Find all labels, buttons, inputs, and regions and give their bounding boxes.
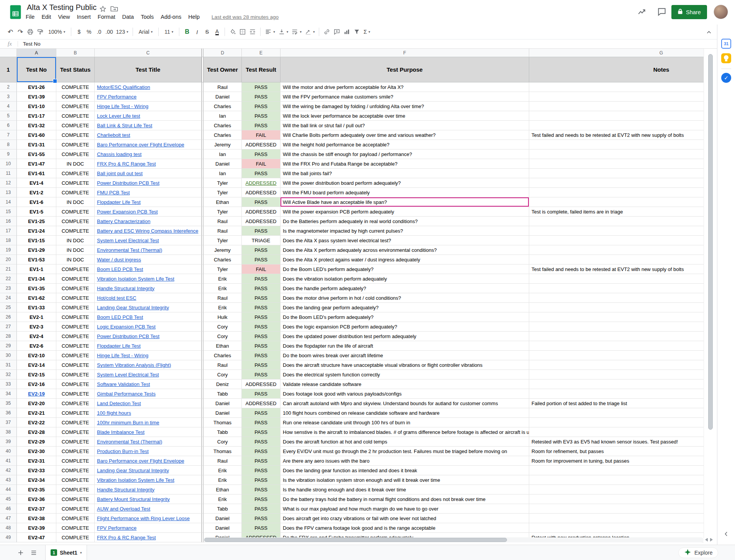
cell-test-title[interactable]: Environmental Test (Thermal) [95, 245, 202, 255]
column-letter-c[interactable]: C [95, 49, 202, 57]
cell-test-title[interactable]: Environmental Test (Thermal) [95, 437, 202, 447]
cell-test-no[interactable]: EV2-33 [17, 466, 56, 475]
cell-notes[interactable]: Room for refinement, but passes [529, 447, 704, 456]
cell-test-result[interactable]: PASS [242, 197, 281, 207]
cell-test-no[interactable]: EV1-60 [17, 130, 56, 140]
cell-test-result[interactable]: PASS [242, 102, 281, 111]
cell-test-purpose[interactable]: Do the battery trays hold the battery in… [281, 494, 529, 504]
cell-notes[interactable] [529, 169, 704, 178]
cell-test-status[interactable]: COMPLETE [56, 207, 95, 217]
cell-test-purpose[interactable]: Will the power distribution board perfor… [281, 178, 529, 188]
cell-test-result[interactable]: PASS [242, 322, 281, 332]
redo-button[interactable]: ↷ [15, 26, 25, 37]
calendar-icon[interactable]: 31 [721, 39, 731, 49]
row-number[interactable]: 20 [0, 255, 17, 264]
row-number[interactable]: 5 [0, 111, 17, 121]
cell-notes[interactable] [529, 111, 704, 121]
cell-test-status[interactable]: COMPLETE [56, 188, 95, 197]
cell-test-no[interactable]: EV2-34 [17, 475, 56, 485]
cell-notes[interactable] [529, 494, 704, 504]
cell-test-owner[interactable]: Cory [203, 322, 242, 332]
row-number[interactable]: 1 [0, 57, 17, 82]
cell-test-purpose[interactable]: Is the vibration isolation system stron … [281, 475, 529, 485]
cell-test-status[interactable]: COMPLETE [56, 264, 95, 274]
cell-test-status[interactable]: COMPLETE [56, 523, 95, 533]
cell-test-result[interactable]: PASS [242, 475, 281, 485]
cell-test-result[interactable]: PASS [242, 389, 281, 399]
test-title-link[interactable]: Water / dust ingress [97, 257, 141, 263]
cell-test-owner[interactable]: Charles [203, 102, 242, 111]
cell-test-result[interactable]: FAIL [242, 159, 281, 169]
cell-test-owner[interactable]: Raul [203, 226, 242, 236]
cell-test-result[interactable]: PASS [242, 437, 281, 447]
cell-test-status[interactable]: IN DOC [56, 245, 95, 255]
vertical-scrollbar-thumb[interactable] [708, 54, 713, 430]
cell-test-result[interactable]: PASS [242, 427, 281, 437]
cell-test-no[interactable]: EV2-37 [17, 504, 56, 514]
cell-test-purpose[interactable]: Does the electrical system function corr… [281, 370, 529, 379]
test-title-link[interactable]: Battery Characterization [97, 218, 150, 224]
move-to-folder-icon[interactable] [110, 5, 118, 13]
cell-test-no[interactable]: EV1-61 [17, 169, 56, 178]
cell-notes[interactable]: Retested with EV3 as EV5 had known senso… [529, 437, 704, 447]
cell-test-purpose[interactable]: Will the motor and drive perform accepta… [281, 82, 529, 92]
test-title-link[interactable]: FRX Pro & RC Range Test [97, 535, 156, 540]
cell-test-purpose[interactable]: Does aircraft get into crazy vibrations … [281, 514, 529, 523]
cell-test-title[interactable]: FPV Performance [95, 523, 202, 533]
test-title-link[interactable]: Power Distribution PCB Test [97, 333, 159, 339]
row-number[interactable]: 46 [0, 504, 17, 514]
cell-test-purpose[interactable]: Does the Alta X pass system level electr… [281, 236, 529, 245]
test-title-link[interactable]: Blade Imbalance Test [97, 429, 144, 435]
row-number[interactable]: 24 [0, 293, 17, 303]
format-percent-button[interactable]: % [84, 26, 94, 37]
cell-test-title[interactable]: Chassis loading test [95, 149, 202, 159]
cell-test-status[interactable]: COMPLETE [56, 514, 95, 523]
cell-test-result[interactable]: PASS [242, 312, 281, 322]
cell-notes[interactable] [529, 485, 704, 494]
cell-notes[interactable] [529, 274, 704, 284]
cell-test-purpose[interactable]: Validate release candidate software [281, 379, 529, 389]
cell-test-no[interactable]: EV2-20 [17, 399, 56, 408]
cell-test-purpose[interactable]: Does the landing gear perform adequately… [281, 303, 529, 312]
cell-test-purpose[interactable]: Does the handle perform adequately? [281, 284, 529, 293]
cell-test-status[interactable]: COMPLETE [56, 533, 95, 542]
cell-test-result[interactable]: PASS [242, 418, 281, 427]
cell-notes[interactable] [529, 293, 704, 303]
cell-test-result[interactable]: PASS [242, 121, 281, 130]
cell-test-no[interactable]: EV2-19 [17, 389, 56, 399]
test-title-link[interactable]: Ball joint pull out test [97, 171, 143, 176]
create-filter-button[interactable] [352, 26, 362, 37]
row-number[interactable]: 4 [0, 102, 17, 111]
column-header-test-owner[interactable]: Test Owner [203, 57, 242, 82]
cell-test-owner[interactable]: Tyler [203, 178, 242, 188]
cell-test-status[interactable]: COMPLETE [56, 370, 95, 379]
increase-decimal-places-button[interactable]: .00 [104, 26, 114, 37]
fill-color-button[interactable] [228, 26, 238, 37]
column-header-test-purpose[interactable]: Test Purpose [281, 57, 529, 82]
cell-test-title[interactable]: System Level Electrical Test [95, 236, 202, 245]
scroll-left-icon[interactable] [705, 538, 708, 542]
cell-test-no[interactable]: EV2-38 [17, 514, 56, 523]
cell-notes[interactable] [529, 149, 704, 159]
tasks-icon[interactable]: ✓ [721, 73, 731, 83]
text-color-button[interactable]: A [212, 26, 222, 37]
cell-test-title[interactable]: Gimbal Performance Tests [95, 389, 202, 399]
cell-test-result[interactable]: FAIL [242, 264, 281, 274]
cell-test-no[interactable]: EV1-5 [17, 207, 56, 217]
row-number[interactable]: 12 [0, 178, 17, 188]
cell-test-purpose[interactable]: Will the ball joints fail? [281, 169, 529, 178]
test-title-link[interactable]: AUW and Overload Test [97, 506, 150, 512]
row-number[interactable]: 6 [0, 121, 17, 130]
cell-test-status[interactable]: COMPLETE [56, 332, 95, 341]
cell-notes[interactable] [529, 121, 704, 130]
cell-test-status[interactable]: COMPLETE [56, 399, 95, 408]
select-all-corner[interactable] [0, 49, 17, 57]
cell-test-owner[interactable]: Tabb [203, 389, 242, 399]
cell-notes[interactable] [529, 418, 704, 427]
cell-notes[interactable] [529, 178, 704, 188]
cell-test-owner[interactable]: Erik [203, 284, 242, 293]
cell-notes[interactable] [529, 351, 704, 360]
column-header-test-result[interactable]: Test Result [242, 57, 281, 82]
cell-test-purpose[interactable]: Do the Batteries perform adequately in r… [281, 217, 529, 226]
cell-test-no[interactable]: EV2-3 [17, 322, 56, 332]
